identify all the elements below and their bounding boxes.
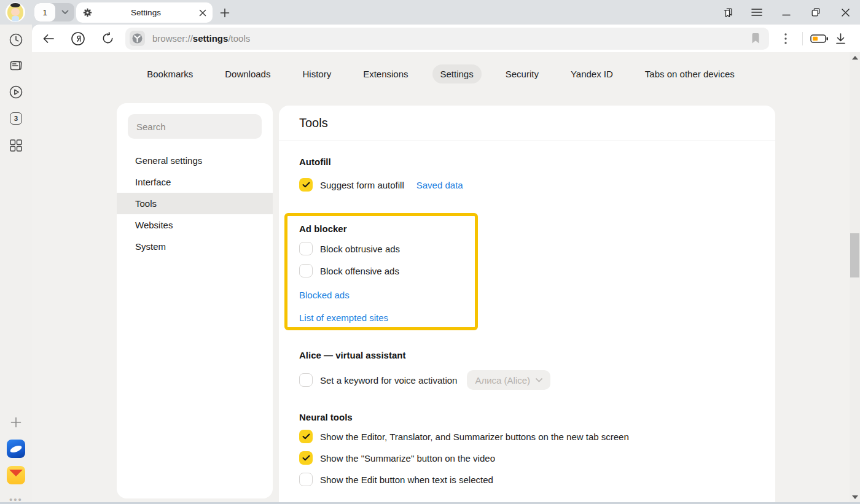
voice-keyword-checkbox[interactable] bbox=[299, 373, 313, 387]
scroll-up-button[interactable] bbox=[850, 53, 860, 62]
nav-tab-security[interactable]: Security bbox=[498, 64, 547, 83]
nav-tab-downloads[interactable]: Downloads bbox=[217, 64, 278, 83]
downloads-button[interactable] bbox=[830, 28, 851, 49]
protect-badge[interactable] bbox=[130, 31, 145, 46]
neural-row-summarize: Show the "Summarize" button on the video bbox=[299, 451, 755, 465]
avatar-dress bbox=[12, 16, 19, 21]
yandex-mail-icon bbox=[7, 466, 25, 484]
suggest-autofill-checkbox[interactable] bbox=[299, 178, 313, 192]
show-summarize-button-checkbox[interactable] bbox=[299, 451, 313, 465]
yandex-logo-icon bbox=[71, 31, 85, 46]
search-input[interactable] bbox=[128, 114, 262, 139]
tabs-rail-button[interactable]: 3 bbox=[0, 108, 32, 129]
browser-menu-button[interactable] bbox=[742, 0, 772, 25]
download-icon bbox=[835, 33, 846, 44]
keyword-dropdown-value: Алиса (Alice) bbox=[475, 375, 530, 386]
autofill-checkbox-row: Suggest form autofill Saved data bbox=[299, 177, 755, 192]
show-edit-button-checkbox[interactable] bbox=[299, 473, 313, 486]
yandex-mail-shortcut[interactable] bbox=[0, 465, 32, 486]
block-obtrusive-label[interactable]: Block obtrusive ads bbox=[320, 244, 400, 254]
suggest-autofill-label[interactable]: Suggest form autofill bbox=[320, 180, 404, 190]
neural-tools-section: Neural tools Show the Editor, Translator… bbox=[279, 412, 775, 487]
tools-settings-panel: Tools Autofill Suggest form autofill Sav… bbox=[279, 106, 775, 504]
nav-tab-other-devices[interactable]: Tabs on other devices bbox=[637, 64, 743, 83]
toolbar: browser://settings/tools bbox=[32, 25, 860, 52]
neural-row-edit: Show the Edit button when text is select… bbox=[299, 472, 755, 487]
show-editor-buttons-label[interactable]: Show the Editor, Translator, and Summari… bbox=[320, 432, 629, 442]
nav-tab-history[interactable]: History bbox=[294, 64, 339, 83]
sidebar-item-general[interactable]: General settings bbox=[117, 150, 273, 171]
block-offensive-row: Block offensive ads bbox=[299, 263, 475, 278]
hamburger-menu-icon bbox=[751, 8, 762, 17]
avatar-headband bbox=[10, 3, 20, 7]
nav-tab-bookmarks[interactable]: Bookmarks bbox=[139, 64, 201, 83]
url-scheme: browser:// bbox=[152, 33, 193, 44]
tab-counter[interactable]: 1 bbox=[34, 3, 74, 21]
block-offensive-label[interactable]: Block offensive ads bbox=[320, 266, 399, 276]
chevron-down-icon bbox=[536, 378, 542, 382]
checkmark-icon bbox=[302, 182, 310, 188]
yandex-home-button[interactable] bbox=[68, 28, 88, 49]
voice-keyword-label[interactable]: Set a keyword for voice activation bbox=[320, 375, 457, 386]
autofill-section-title: Autofill bbox=[299, 157, 755, 167]
reload-button[interactable] bbox=[97, 28, 118, 49]
profile-avatar[interactable] bbox=[6, 2, 25, 22]
toolbar-divider bbox=[802, 32, 803, 45]
video-rail-button[interactable] bbox=[0, 82, 32, 103]
play-circle-icon bbox=[9, 85, 23, 99]
scrollbar-thumb[interactable] bbox=[850, 233, 859, 277]
scroll-down-button[interactable] bbox=[850, 493, 860, 502]
tab-counter-number[interactable]: 1 bbox=[34, 3, 55, 21]
nav-tab-settings[interactable]: Settings bbox=[432, 64, 482, 83]
maximize-button[interactable] bbox=[801, 0, 831, 25]
saved-data-link[interactable]: Saved data bbox=[416, 180, 463, 190]
tab-list-chevron[interactable] bbox=[55, 3, 74, 21]
reload-icon bbox=[101, 32, 114, 45]
tab-strip: 1 Settings bbox=[0, 0, 860, 25]
window-controls bbox=[713, 0, 860, 25]
back-button[interactable] bbox=[38, 28, 59, 49]
plus-icon bbox=[220, 8, 230, 18]
battery-icon bbox=[810, 34, 829, 44]
nav-tab-extensions[interactable]: Extensions bbox=[355, 64, 416, 83]
neural-tools-section-title: Neural tools bbox=[299, 412, 755, 422]
minimize-button[interactable] bbox=[772, 0, 801, 25]
sidebar-item-tools[interactable]: Tools bbox=[117, 193, 273, 214]
sidebar-item-websites[interactable]: Websites bbox=[117, 214, 273, 236]
close-window-button[interactable] bbox=[831, 0, 860, 25]
active-tab[interactable]: Settings bbox=[76, 2, 213, 23]
blocked-ads-link[interactable]: Blocked ads bbox=[299, 290, 350, 300]
ad-blocker-section-title: Ad blocker bbox=[299, 223, 475, 234]
tab-title: Settings bbox=[93, 8, 199, 17]
block-offensive-checkbox[interactable] bbox=[299, 264, 313, 277]
nav-tab-yandex-id[interactable]: Yandex ID bbox=[563, 64, 621, 83]
add-shortcut-button[interactable] bbox=[0, 412, 32, 433]
address-bar[interactable]: browser://settings/tools bbox=[125, 28, 769, 50]
show-editor-buttons-checkbox[interactable] bbox=[299, 430, 313, 443]
feed-rail-button[interactable] bbox=[0, 55, 32, 76]
battery-saver-button[interactable] bbox=[809, 28, 830, 49]
page-scrollbar[interactable] bbox=[850, 52, 860, 504]
side-panel-button[interactable] bbox=[713, 0, 742, 25]
gear-icon bbox=[82, 7, 93, 18]
block-obtrusive-checkbox[interactable] bbox=[299, 242, 313, 255]
sidebar-item-interface[interactable]: Interface bbox=[117, 171, 273, 193]
apps-rail-button[interactable] bbox=[0, 135, 32, 156]
keyword-dropdown[interactable]: Алиса (Alice) bbox=[467, 370, 550, 390]
restore-icon bbox=[811, 7, 821, 17]
show-edit-button-label[interactable]: Show the Edit button when text is select… bbox=[320, 475, 493, 485]
bookmark-button[interactable] bbox=[748, 31, 763, 46]
extensions-menu-button[interactable] bbox=[775, 28, 796, 49]
settings-sidebar: General settings Interface Tools Website… bbox=[117, 103, 273, 498]
yandex-disk-shortcut[interactable] bbox=[0, 438, 32, 459]
sidebar-item-system[interactable]: System bbox=[117, 236, 273, 257]
bookmark-flag-icon bbox=[751, 33, 760, 44]
show-summarize-button-label[interactable]: Show the "Summarize" button on the video bbox=[320, 453, 495, 463]
new-tab-button[interactable] bbox=[216, 4, 233, 21]
left-rail: 3 ••• bbox=[0, 25, 32, 504]
tab-close-icon[interactable] bbox=[199, 9, 206, 17]
history-rail-button[interactable] bbox=[0, 29, 32, 50]
url-text[interactable]: browser://settings/tools bbox=[152, 33, 748, 44]
exempted-sites-link[interactable]: List of exempted sites bbox=[299, 312, 388, 323]
kebab-menu-icon bbox=[784, 33, 787, 44]
